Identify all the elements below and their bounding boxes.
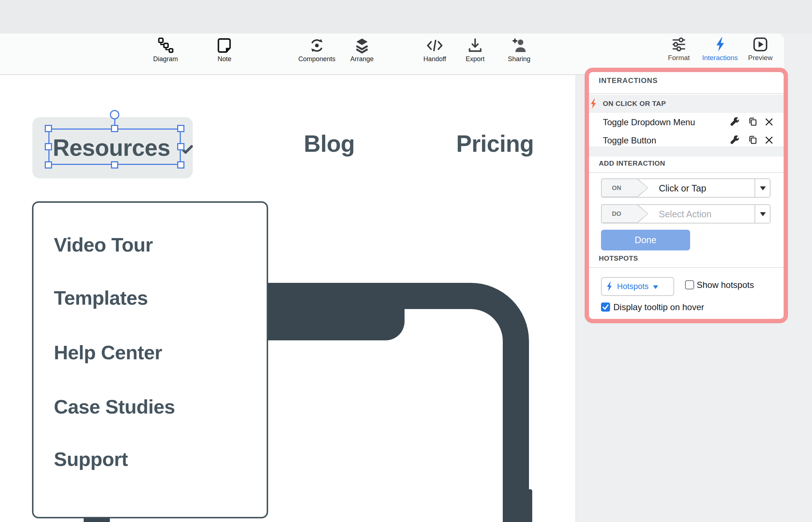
interactions-panel: INTERACTIONS ON CLICK OR TAP Toggle Drop… [585, 68, 788, 323]
caret-down-icon [760, 212, 766, 216]
hotspots-section-header: HOTSPOTS [599, 254, 638, 262]
note-icon [216, 37, 233, 54]
hotspots-dropdown-button[interactable]: Hotspots [601, 277, 674, 296]
resize-handle-nw[interactable] [45, 125, 52, 132]
toolbar-item-label: Arrange [335, 55, 389, 63]
export-icon [467, 37, 483, 54]
on-tag: ON [601, 178, 648, 198]
do-tag-label: DO [612, 210, 621, 218]
toolbar-item-arrange[interactable]: Arrange [335, 37, 389, 63]
event-section-label: ON CLICK OR TAP [603, 100, 666, 108]
show-hotspots-label: Show hotspots [697, 280, 754, 290]
panel-title: INTERACTIONS [599, 76, 658, 85]
do-action-placeholder: Select Action [659, 209, 712, 220]
menu-item-help-center[interactable]: Help Center [54, 341, 162, 364]
caret-down-icon [760, 186, 766, 190]
design-canvas[interactable]: Resources Blog Pricing Video Tour Templa… [0, 75, 576, 522]
menu-item-case-studies[interactable]: Case Studies [54, 395, 175, 418]
duplicate-icon[interactable] [748, 135, 758, 145]
divider [589, 267, 784, 268]
resize-handle-sw[interactable] [45, 161, 52, 169]
resize-handle-s[interactable] [111, 161, 118, 169]
lightning-icon [589, 98, 598, 109]
divider [589, 93, 784, 94]
interaction-name: Toggle Button [603, 135, 656, 146]
resize-handle-e[interactable] [177, 143, 184, 150]
menu-item-templates[interactable]: Templates [54, 286, 148, 309]
nav-link-blog[interactable]: Blog [304, 130, 355, 157]
nav-link-pricing[interactable]: Pricing [456, 130, 534, 157]
play-icon [752, 36, 768, 52]
delete-x-icon[interactable] [764, 117, 774, 127]
edit-wrench-icon[interactable] [730, 135, 740, 145]
delete-x-icon[interactable] [764, 135, 774, 145]
divider [589, 172, 784, 173]
checkmark-icon [601, 302, 610, 312]
duplicate-icon[interactable] [748, 117, 758, 127]
do-tag: DO [601, 204, 648, 224]
menu-item-support[interactable]: Support [54, 448, 128, 470]
do-action-caret-button[interactable] [755, 205, 770, 223]
sharing-icon [511, 37, 528, 54]
resize-handle-w[interactable] [45, 143, 52, 150]
hotspots-button-label: Hotspots [617, 282, 649, 291]
selection-box[interactable] [48, 128, 181, 165]
edit-wrench-icon[interactable] [730, 117, 740, 127]
caret-down-icon [653, 285, 658, 289]
lightning-icon [605, 281, 613, 292]
tooltip-checkbox[interactable] [601, 302, 610, 312]
window-top-strip [0, 0, 812, 33]
do-action-select[interactable]: DO Select Action [601, 204, 771, 224]
add-section-header: ADD INTERACTION [599, 159, 665, 167]
resize-handle-se[interactable] [177, 161, 184, 169]
interaction-row: Toggle Dropdown Menu [589, 113, 784, 131]
on-event-select[interactable]: ON Click or Tap [601, 178, 771, 198]
tooltip-label: Display tooltip on hover [613, 302, 704, 312]
menu-item-video-tour[interactable]: Video Tour [54, 233, 153, 256]
show-hotspots-checkbox[interactable] [685, 280, 694, 289]
toolbar-item-label: Note [197, 55, 252, 63]
on-tag-label: ON [612, 185, 621, 192]
arrange-icon [354, 37, 370, 54]
sliders-icon [671, 36, 687, 52]
lightning-icon [712, 36, 728, 52]
components-icon [309, 37, 325, 54]
tab-preview[interactable]: Preview [733, 36, 788, 62]
dropdown-menu-panel[interactable]: Video Tour Templates Help Center Case St… [32, 201, 268, 518]
toolbar-item-diagram[interactable]: Diagram [138, 37, 193, 63]
diagram-icon [157, 37, 174, 54]
done-button[interactable]: Done [601, 230, 690, 250]
section-gap [589, 146, 784, 157]
toolbar-item-note[interactable]: Note [197, 37, 252, 63]
rotation-handle[interactable] [110, 110, 119, 119]
toolbar-item-sharing[interactable]: Sharing [492, 37, 546, 63]
interaction-name: Toggle Dropdown Menu [603, 117, 695, 127]
on-event-caret-button[interactable] [755, 179, 770, 197]
resize-handle-ne[interactable] [177, 125, 184, 132]
toolbar-item-label: Diagram [138, 55, 193, 63]
handoff-icon [426, 37, 443, 54]
event-section-header: ON CLICK OR TAP [589, 95, 784, 113]
resize-handle-n[interactable] [111, 125, 118, 132]
on-event-value: Click or Tap [659, 183, 706, 194]
tab-label: Preview [733, 54, 788, 62]
toolbar-item-label: Sharing [492, 55, 546, 63]
